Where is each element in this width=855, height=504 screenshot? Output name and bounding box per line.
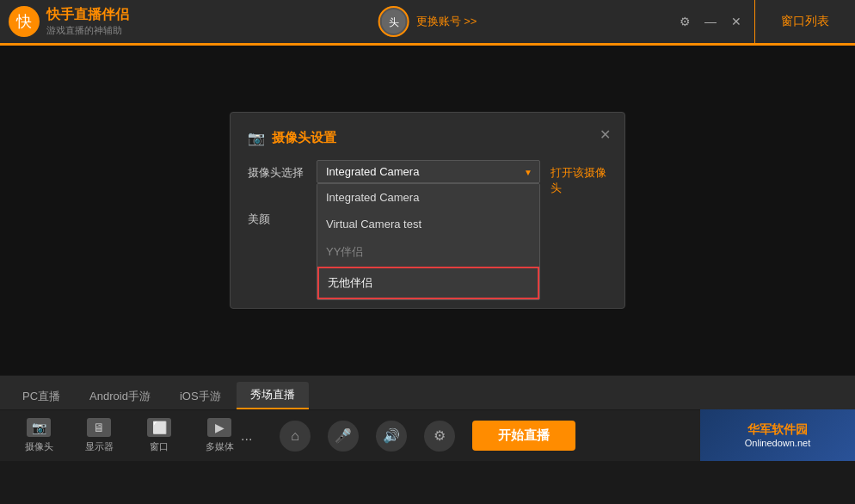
bottom-toolbar: 📷 摄像头 🖥 显示器 ⬜ 窗口 ▶ 多媒体 ⌂ 🎤 🔊 ⚙ 开始直播 ... … xyxy=(0,409,855,461)
tab-ios[interactable]: iOS手游 xyxy=(166,384,235,409)
svg-text:快: 快 xyxy=(15,13,32,30)
toolbar-home-icon[interactable]: ⌂ xyxy=(280,421,311,452)
tool-window[interactable]: ⬜ 窗口 xyxy=(138,418,181,453)
monitor-tool-label: 显示器 xyxy=(85,440,114,453)
toolbar-center: ⌂ 🎤 🔊 ⚙ 开始直播 xyxy=(280,421,575,452)
main-content: 📷 摄像头设置 ✕ 摄像头选择 Integrated Camera ▼ Inte… xyxy=(0,46,855,375)
open-camera-link[interactable]: 打开该摄像头 xyxy=(551,160,607,196)
watermark: 华军软件园 Onlinedown.net xyxy=(700,409,855,461)
toolbar-gear-icon[interactable]: ⚙ xyxy=(424,421,455,452)
bottom-tabs: PC直播 Android手游 iOS手游 秀场直播 xyxy=(0,375,855,409)
dropdown-item-yy[interactable]: YY伴侣 xyxy=(317,237,539,267)
app-subtitle: 游戏直播的神辅助 xyxy=(46,24,129,37)
tab-android[interactable]: Android手游 xyxy=(76,384,164,409)
dropdown-item-wuta[interactable]: 无他伴侣 xyxy=(317,267,539,299)
title-bar-center: 头 更换账号 >> xyxy=(378,6,477,37)
minimize-button[interactable]: — xyxy=(703,14,718,29)
camera-tool-icon: 📷 xyxy=(27,418,51,437)
start-live-button[interactable]: 开始直播 xyxy=(472,421,575,451)
window-tool-icon: ⬜ xyxy=(147,418,171,437)
title-bar-right: ⚙ — ✕ 窗口列表 xyxy=(667,0,855,43)
avatar: 头 xyxy=(378,6,409,37)
dropdown-item-integrated-camera[interactable]: Integrated Camera xyxy=(317,184,539,211)
dropdown-arrow-icon: ▼ xyxy=(524,167,532,176)
monitor-tool-icon: 🖥 xyxy=(87,418,111,437)
media-tool-label: 多媒体 xyxy=(206,440,234,453)
settings-icon[interactable]: ⚙ xyxy=(677,14,692,29)
camera-tool-label: 摄像头 xyxy=(25,440,53,453)
tab-showroom[interactable]: 秀场直播 xyxy=(237,382,309,409)
camera-settings-modal: 📷 摄像头设置 ✕ 摄像头选择 Integrated Camera ▼ Inte… xyxy=(230,112,625,309)
title-controls: ⚙ — ✕ xyxy=(667,14,754,29)
media-tool-icon: ▶ xyxy=(207,418,231,437)
toolbar-more-button[interactable]: ... xyxy=(241,428,252,444)
modal-close-button[interactable]: ✕ xyxy=(600,126,611,143)
toolbar-sound-icon[interactable]: 🔊 xyxy=(376,421,407,452)
toolbar-mic-icon[interactable]: 🎤 xyxy=(328,421,359,452)
window-list-button[interactable]: 窗口列表 xyxy=(754,0,855,43)
tool-camera[interactable]: 📷 摄像头 xyxy=(17,418,60,453)
watermark-line1: 华军软件园 xyxy=(747,422,808,438)
close-button[interactable]: ✕ xyxy=(729,14,744,29)
camera-dropdown-container: Integrated Camera ▼ Integrated Camera Vi… xyxy=(317,160,540,183)
title-bar: 快 快手直播伴侣 游戏直播的神辅助 头 更换账号 >> ⚙ — ✕ 窗口列表 xyxy=(0,0,855,43)
camera-selected-value: Integrated Camera xyxy=(326,165,419,178)
modal-overlay: 📷 摄像头设置 ✕ 摄像头选择 Integrated Camera ▼ Inte… xyxy=(0,46,855,375)
dropdown-item-virtual-camera[interactable]: Virtual Camera test xyxy=(317,211,539,237)
tab-pc-live[interactable]: PC直播 xyxy=(9,384,74,409)
watermark-line2: Onlinedown.net xyxy=(745,438,810,448)
app-title-area: 快手直播伴侣 游戏直播的神辅助 xyxy=(46,6,129,37)
camera-dropdown-menu: Integrated Camera Virtual Camera test YY… xyxy=(317,183,540,300)
camera-row: 摄像头选择 Integrated Camera ▼ Integrated Cam… xyxy=(248,160,607,196)
modal-title: 摄像头设置 xyxy=(272,130,336,146)
app-logo: 快 xyxy=(9,6,40,37)
beauty-row-label: 美颜 xyxy=(248,206,317,227)
tool-media[interactable]: ▶ 多媒体 xyxy=(198,418,241,453)
svg-text:头: 头 xyxy=(389,16,399,28)
tool-monitor[interactable]: 🖥 显示器 xyxy=(77,418,120,453)
camera-dropdown-button[interactable]: Integrated Camera ▼ xyxy=(317,160,540,183)
switch-account-btn[interactable]: 更换账号 >> xyxy=(416,14,477,29)
modal-title-bar: 📷 摄像头设置 xyxy=(248,130,607,146)
camera-row-label: 摄像头选择 xyxy=(248,160,317,181)
camera-modal-icon: 📷 xyxy=(248,130,265,146)
app-title: 快手直播伴侣 xyxy=(46,6,129,24)
window-tool-label: 窗口 xyxy=(150,440,169,453)
